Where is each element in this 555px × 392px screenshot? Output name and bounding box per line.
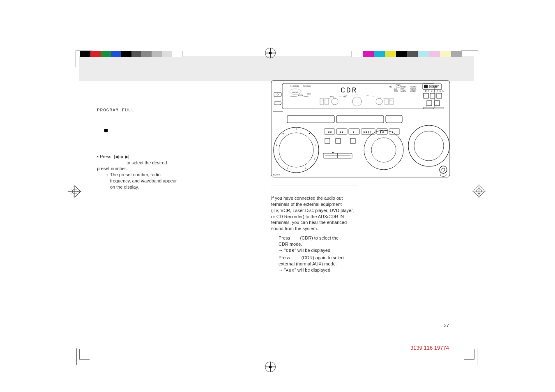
step2-press: Press xyxy=(279,255,290,260)
swatch-grey50 xyxy=(141,51,152,57)
crop-mark-top-left xyxy=(76,51,92,67)
svg-text:SHUFFLE: SHUFFLE xyxy=(410,86,417,88)
svg-text:JAZZ: JAZZ xyxy=(394,88,397,90)
display-cdr-value: CDR xyxy=(286,249,295,253)
audio-system-illustration: CDR SOUND 5.1 CHANNEL DVD SOUND CONCERT … xyxy=(271,80,450,178)
swatch-lightcyan xyxy=(418,51,429,57)
right-text-column: If you have connected the audio out term… xyxy=(271,195,364,273)
display-aux-value: AUX xyxy=(286,268,295,273)
prev-track-icon: |◀ xyxy=(114,154,118,159)
svg-point-64 xyxy=(283,133,284,134)
swatch-grey70-r xyxy=(407,51,418,57)
svg-point-35 xyxy=(376,98,382,105)
svg-rect-37 xyxy=(390,98,393,105)
step-1: Press (CDR) to select the CDR mode. → "C… xyxy=(271,235,364,254)
svg-rect-53 xyxy=(386,115,402,123)
svg-text:DSC: DSC xyxy=(330,96,334,98)
svg-text:SCI-FI: SCI-FI xyxy=(307,93,311,95)
svg-rect-43 xyxy=(424,85,428,88)
svg-point-33 xyxy=(332,98,338,105)
crop-mark-bottom-right xyxy=(461,348,477,365)
svg-rect-52 xyxy=(336,115,384,123)
svg-point-58 xyxy=(315,145,317,146)
svg-text:CLASSIC: CLASSIC xyxy=(410,88,416,90)
registration-mark-right xyxy=(472,184,486,198)
svg-point-56 xyxy=(296,129,297,130)
swatch-blue xyxy=(111,51,121,57)
svg-point-57 xyxy=(309,133,310,134)
registration-dot-icon xyxy=(269,366,272,368)
svg-text:RANDOM: RANDOM xyxy=(401,90,407,92)
svg-text:PROG: PROG xyxy=(401,88,405,90)
arrow-icon: → xyxy=(279,267,283,272)
stop-icon xyxy=(104,129,108,132)
arrow-icon: → xyxy=(104,172,109,177)
svg-text:DBB: DBB xyxy=(343,96,347,98)
svg-marker-83 xyxy=(332,152,335,153)
display-cdr-text: CDR xyxy=(341,86,357,95)
svg-rect-36 xyxy=(385,98,388,105)
svg-point-84 xyxy=(364,130,403,170)
svg-rect-48 xyxy=(435,101,440,106)
color-swatch-bar-left xyxy=(80,51,183,57)
svg-text:▶■ ❙❙: ▶■ ❙❙ xyxy=(364,131,372,134)
intro3: (TV, VCR, Laser Disc player, DVD player, xyxy=(271,208,354,213)
swatch-grey30 xyxy=(152,51,162,57)
swatch-white-r xyxy=(351,51,363,57)
registration-mark-left xyxy=(68,185,81,198)
step1-press: Press xyxy=(279,235,290,240)
press-label: Press xyxy=(100,154,111,159)
intro-paragraph: If you have connected the audio out term… xyxy=(271,195,364,232)
swatch-lightyellow xyxy=(440,51,451,57)
intro2: terminals of the external equipment xyxy=(271,202,342,207)
next-track-icon: ▶| xyxy=(125,154,129,159)
svg-point-34 xyxy=(352,97,362,106)
color-swatch-bar-right xyxy=(351,51,462,57)
dolby-label: DOLBY xyxy=(429,85,439,88)
to-select-text: to select the desired xyxy=(127,160,167,165)
svg-point-62 xyxy=(278,159,279,160)
svg-text:VEC: VEC xyxy=(397,85,400,87)
svg-rect-78 xyxy=(336,138,341,143)
svg-text:5.1 CHANNEL: 5.1 CHANNEL xyxy=(290,85,299,87)
section-divider-left xyxy=(97,146,179,146)
page-number: 37 xyxy=(444,323,449,328)
svg-text:❙◀: ❙◀ xyxy=(380,131,384,134)
svg-point-86 xyxy=(408,125,449,166)
svg-text:HALL: HALL xyxy=(389,86,392,88)
left-text-column: PROGRAM FULL • Press |◀ or ▶| to select … xyxy=(97,107,181,190)
svg-point-87 xyxy=(414,131,444,161)
intro6: sound from the system. xyxy=(271,226,318,231)
step-2: Press (CDR) again to select external (no… xyxy=(271,255,364,273)
svg-text:ROCK: ROCK xyxy=(394,90,398,92)
registration-dot-icon xyxy=(269,52,272,54)
swatch-green xyxy=(101,51,111,57)
document-page: PROGRAM FULL • Press |◀ or ▶| to select … xyxy=(0,0,555,392)
svg-rect-77 xyxy=(325,138,330,143)
swatch-grey70 xyxy=(131,51,142,57)
result-line: → The preset number, radio frequency, an… xyxy=(97,172,181,190)
svg-text:MASTER: MASTER xyxy=(273,174,280,176)
intro4: or CD Recorder) to the AUX/CDR IN xyxy=(271,214,344,219)
svg-point-60 xyxy=(305,168,306,169)
step2-mode: external (normal AUX) mode. xyxy=(279,261,337,266)
svg-text:SOUND: SOUND xyxy=(292,91,298,93)
swatch-yellow xyxy=(385,51,396,57)
svg-point-85 xyxy=(371,138,396,162)
result-line3: on the display. xyxy=(104,184,139,189)
svg-text:▶▶: ▶▶ xyxy=(340,131,344,133)
intro1: If you have connected the audio out xyxy=(271,196,343,201)
preset-number-line: preset number. xyxy=(97,166,181,172)
step1-cdr: (CDR) to select the xyxy=(300,235,339,240)
header-grey-band xyxy=(79,56,474,81)
svg-rect-46 xyxy=(437,93,442,98)
registration-mark-top xyxy=(265,48,276,58)
program-full-display-text: PROGRAM FULL xyxy=(97,108,134,113)
swatch-black2 xyxy=(121,51,131,57)
svg-rect-44 xyxy=(424,93,428,98)
svg-text:ARCADE: ARCADE xyxy=(410,90,416,92)
svg-point-89 xyxy=(442,168,445,171)
svg-rect-10 xyxy=(274,92,281,97)
svg-rect-12 xyxy=(274,101,281,105)
svg-text:REPEAT: REPEAT xyxy=(401,86,406,88)
